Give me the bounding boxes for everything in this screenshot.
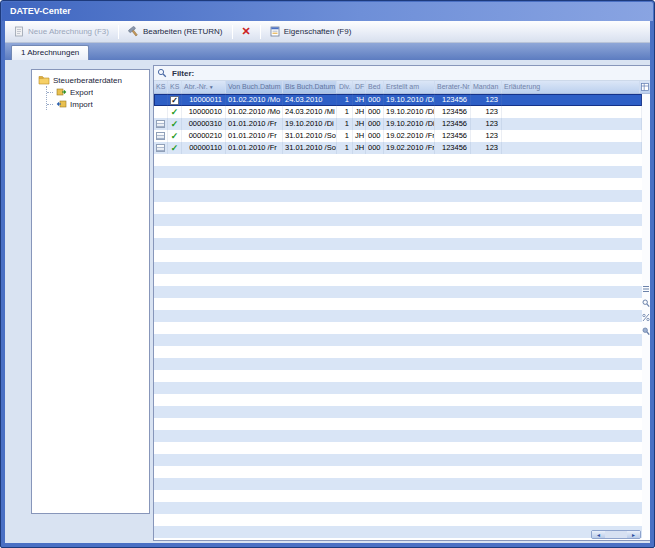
checkbox-checked-icon[interactable]: ✓ bbox=[170, 96, 179, 105]
column-header-0[interactable]: KS bbox=[154, 81, 168, 93]
table-row[interactable] bbox=[154, 526, 642, 538]
table-row[interactable] bbox=[154, 394, 642, 406]
scroll-left-button[interactable]: ◄ bbox=[592, 531, 605, 538]
scroll-right-button[interactable]: ► bbox=[627, 531, 640, 538]
column-header-1[interactable]: KS bbox=[168, 81, 182, 93]
tree-item-import[interactable]: Import bbox=[47, 98, 147, 110]
abrechnungen-grid-panel: Filter: KSKSAbr.-Nr.▼Von Buch.DatumBis B… bbox=[153, 65, 650, 541]
scrollbar-track[interactable] bbox=[605, 531, 627, 538]
table-row[interactable]: ✓0000021001.01.2010 /Fr31.01.2010 /So1JH… bbox=[154, 130, 642, 142]
folder-open-icon bbox=[38, 75, 50, 85]
bearbeiten-button[interactable]: Bearbeiten (RETURN) bbox=[122, 23, 229, 41]
table-row[interactable] bbox=[154, 454, 642, 466]
table-row[interactable] bbox=[154, 250, 642, 262]
table-row[interactable]: ✓0000011001.01.2010 /Fr31.01.2010 /So1JH… bbox=[154, 142, 642, 154]
delete-button[interactable]: ✕ bbox=[236, 23, 257, 41]
table-row[interactable] bbox=[154, 346, 642, 358]
table-row[interactable] bbox=[154, 490, 642, 502]
neue-abrechnung-label: Neue Abrechnung (F3) bbox=[28, 27, 109, 36]
column-header-3[interactable]: Von Buch.Datum bbox=[226, 81, 283, 93]
table-row[interactable] bbox=[154, 418, 642, 430]
table-row[interactable] bbox=[154, 226, 642, 238]
table-row[interactable] bbox=[154, 214, 642, 226]
table-row[interactable] bbox=[154, 466, 642, 478]
table-row[interactable]: ✓1000001001.02.2010 /Mo24.03.2010 /Mi1JH… bbox=[154, 106, 642, 118]
column-header-11[interactable]: Erläuterung bbox=[502, 81, 640, 93]
cell-bed: 000 bbox=[366, 142, 384, 154]
table-row[interactable] bbox=[154, 274, 642, 286]
window-titlebar[interactable]: DATEV-Center bbox=[2, 2, 653, 21]
search-icon[interactable] bbox=[642, 326, 650, 336]
table-row[interactable] bbox=[154, 154, 642, 166]
horizontal-scrollbar[interactable]: ◄ ► bbox=[591, 530, 641, 539]
cell-erlaeuterung bbox=[502, 118, 642, 130]
cell-df: JH bbox=[353, 142, 366, 154]
cell-von: 01.02.2010 /Mo bbox=[226, 94, 283, 106]
eigenschaften-button[interactable]: Eigenschaften (F9) bbox=[264, 23, 358, 41]
cell-erstellt: 19.10.2010 /Di bbox=[384, 94, 435, 106]
column-header-9[interactable]: Berater-Nr. bbox=[435, 81, 471, 93]
cell-df: JH bbox=[353, 130, 366, 142]
cell-mandant: 123 bbox=[471, 106, 502, 118]
cell-von: 01.01.2010 /Fr bbox=[226, 142, 283, 154]
table-row[interactable] bbox=[154, 202, 642, 214]
table-row[interactable] bbox=[154, 322, 642, 334]
column-header-6[interactable]: DF bbox=[353, 81, 366, 93]
cell-bis: 19.10.2010 /Di bbox=[283, 118, 337, 130]
column-header-2[interactable]: Abr.-Nr.▼ bbox=[182, 81, 226, 93]
cell-bed: 000 bbox=[366, 118, 384, 130]
table-row[interactable]: ✓0000031001.01.2010 /Fr19.10.2010 /Di1JH… bbox=[154, 118, 642, 130]
table-row[interactable] bbox=[154, 442, 642, 454]
percent-icon[interactable] bbox=[642, 312, 650, 322]
table-row[interactable] bbox=[154, 370, 642, 382]
column-chooser-icon bbox=[641, 83, 649, 91]
table-row[interactable] bbox=[154, 190, 642, 202]
cell-dlv: 1 bbox=[337, 118, 353, 130]
cell-bis: 24.03.2010 /Mi bbox=[283, 106, 337, 118]
cell-erstellt: 19.10.2010 /Di bbox=[384, 106, 435, 118]
table-row[interactable]: ✓1000001101.02.2010 /Mo24.03.20101JH0001… bbox=[154, 94, 642, 106]
table-row[interactable] bbox=[154, 298, 642, 310]
table-row[interactable] bbox=[154, 178, 642, 190]
table-row[interactable] bbox=[154, 238, 642, 250]
zoom-icon[interactable] bbox=[642, 298, 650, 308]
table-row[interactable] bbox=[154, 514, 642, 526]
checkmark-icon: ✓ bbox=[171, 107, 179, 117]
table-row[interactable] bbox=[154, 262, 642, 274]
filter-bar[interactable]: Filter: bbox=[154, 66, 650, 81]
table-row[interactable] bbox=[154, 406, 642, 418]
neue-abrechnung-button[interactable]: Neue Abrechnung (F3) bbox=[8, 23, 115, 41]
table-row[interactable] bbox=[154, 310, 642, 322]
filter-label: Filter: bbox=[172, 69, 194, 78]
cell-erlaeuterung bbox=[502, 130, 642, 142]
column-header-5[interactable]: Dlv. bbox=[337, 81, 353, 93]
cell-von: 01.02.2010 /Mo bbox=[226, 106, 283, 118]
column-header-8[interactable]: Erstellt am bbox=[384, 81, 435, 93]
tree-item-export[interactable]: Export bbox=[47, 86, 147, 98]
cell-berater_nr: 123456 bbox=[435, 106, 471, 118]
table-row[interactable] bbox=[154, 382, 642, 394]
column-chooser-button[interactable] bbox=[640, 81, 650, 93]
column-header-10[interactable]: Mandan bbox=[471, 81, 502, 93]
table-row[interactable] bbox=[154, 430, 642, 442]
cell-dlv: 1 bbox=[337, 130, 353, 142]
cell-abr_nr: 10000010 bbox=[182, 106, 226, 118]
cell-dlv: 1 bbox=[337, 106, 353, 118]
column-header-4[interactable]: Bis Buch.Datum bbox=[283, 81, 337, 93]
list-icon[interactable] bbox=[642, 284, 650, 294]
tab-abrechnungen[interactable]: 1 Abrechnungen bbox=[11, 45, 89, 60]
tree-item-steuerberaterdaten[interactable]: Steuerberaterdaten bbox=[34, 74, 147, 86]
table-row[interactable] bbox=[154, 334, 642, 346]
tree-item-label: Steuerberaterdaten bbox=[53, 76, 122, 85]
table-row[interactable] bbox=[154, 166, 642, 178]
cell-erlaeuterung bbox=[502, 106, 642, 118]
cell-df: JH bbox=[353, 106, 366, 118]
table-row[interactable] bbox=[154, 286, 642, 298]
column-header-7[interactable]: Bed bbox=[366, 81, 384, 93]
cell-berater_nr: 123456 bbox=[435, 118, 471, 130]
table-row[interactable] bbox=[154, 502, 642, 514]
edit-icon bbox=[128, 26, 139, 37]
window-body: Neue Abrechnung (F3) Bearbeiten (RETURN)… bbox=[5, 21, 650, 543]
table-row[interactable] bbox=[154, 358, 642, 370]
table-row[interactable] bbox=[154, 478, 642, 490]
